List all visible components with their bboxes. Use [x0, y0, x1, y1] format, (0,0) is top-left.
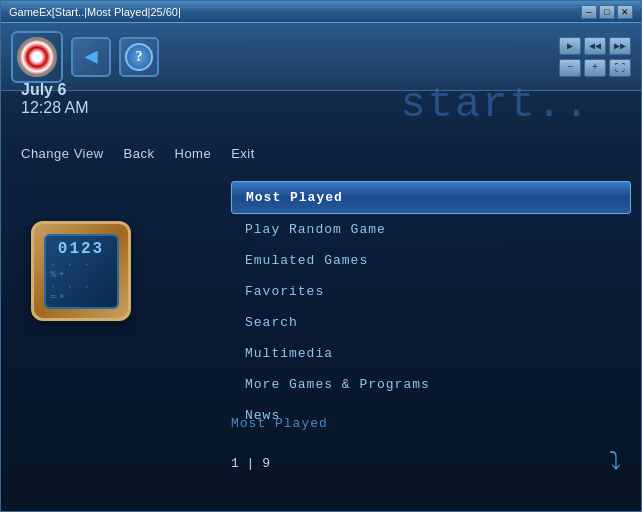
fullscreen-button[interactable]: ⛶	[609, 59, 631, 77]
bottom-label: Most Played	[231, 416, 328, 431]
nav-back[interactable]: Back	[124, 146, 155, 161]
volume-down-button[interactable]: −	[559, 59, 581, 77]
main-window: GameEx[Start..|Most Played|25/60| – □ ✕ …	[0, 0, 642, 512]
calc-dots-2: · · · =×	[51, 282, 112, 302]
fastforward-button[interactable]: ▶▶	[609, 37, 631, 55]
toolbar: ◀ ? ▶ ◀◀ ▶▶ − + ⛶	[1, 23, 641, 91]
rewind-button[interactable]: ◀◀	[584, 37, 606, 55]
help-button[interactable]: ?	[119, 37, 159, 77]
close-button[interactable]: ✕	[617, 5, 633, 19]
game-icon-frame: 0123 · · · %+ · · · =×	[31, 221, 131, 321]
calc-digits: 0123	[58, 240, 104, 258]
toolbar-right: ▶ ◀◀ ▶▶ − + ⛶	[559, 37, 631, 77]
maximize-button[interactable]: □	[599, 5, 615, 19]
nav-change-view[interactable]: Change View	[21, 146, 104, 161]
menu-item-more-games[interactable]: More Games & Programs	[231, 369, 631, 400]
menu-item-search[interactable]: Search	[231, 307, 631, 338]
nav-menu: Change View Back Home Exit	[21, 146, 255, 161]
nav-home[interactable]: Home	[175, 146, 212, 161]
help-icon: ?	[125, 43, 153, 71]
gameex-icon-button[interactable]	[11, 31, 63, 83]
back-button[interactable]: ◀	[71, 37, 111, 77]
pagination: 1 | 9	[231, 456, 270, 471]
datetime-display: July 6 12:28 AM	[21, 81, 89, 117]
menu-item-emulated-games[interactable]: Emulated Games	[231, 245, 631, 276]
minimize-button[interactable]: –	[581, 5, 597, 19]
game-icon: 0123 · · · %+ · · · =×	[31, 221, 131, 321]
window-controls: – □ ✕	[581, 5, 633, 19]
date-display: July 6	[21, 81, 89, 99]
window-title: GameEx[Start..|Most Played|25/60|	[9, 6, 181, 18]
menu-item-multimedia[interactable]: Multimedia	[231, 338, 631, 369]
calc-dots-1: · · · %+	[51, 260, 112, 280]
play-button[interactable]: ▶	[559, 37, 581, 55]
volume-controls: − + ⛶	[559, 59, 631, 77]
back-arrow-icon: ◀	[84, 43, 97, 70]
game-icon-screen: 0123 · · · %+ · · · =×	[44, 234, 119, 309]
menu-item-selected[interactable]: Most Played	[231, 181, 631, 214]
nav-exit[interactable]: Exit	[231, 146, 255, 161]
media-controls: ▶ ◀◀ ▶▶	[559, 37, 631, 55]
scroll-down-button[interactable]: ⤵	[609, 448, 621, 476]
menu-item-play-random[interactable]: Play Random Game	[231, 214, 631, 245]
time-display: 12:28 AM	[21, 99, 89, 117]
content-area: Most Played Play Random Game Emulated Ga…	[231, 181, 631, 431]
menu-item-favorites[interactable]: Favorites	[231, 276, 631, 307]
title-bar: GameEx[Start..|Most Played|25/60| – □ ✕	[1, 1, 641, 23]
gameex-logo	[17, 37, 57, 77]
volume-up-button[interactable]: +	[584, 59, 606, 77]
